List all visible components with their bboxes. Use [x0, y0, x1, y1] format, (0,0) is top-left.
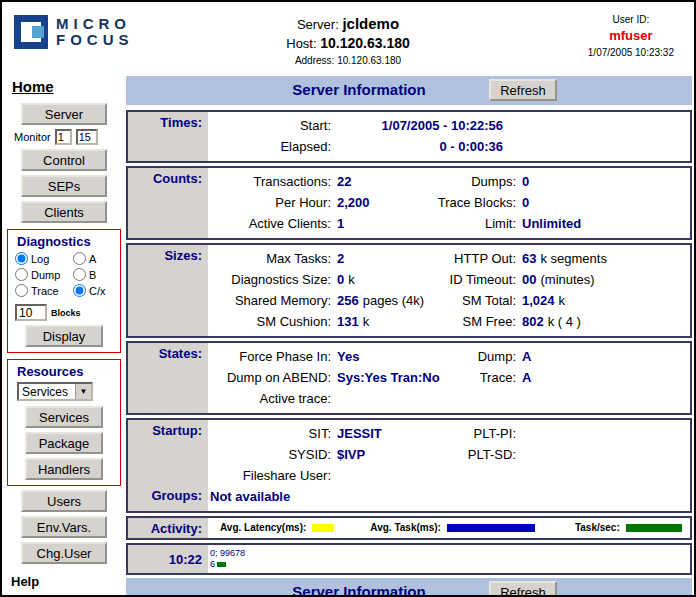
groups-value: Not available	[208, 486, 690, 507]
activity-section: Activity: Avg. Latency(ms): Avg. Task(ms…	[126, 516, 692, 540]
radio-cx-input[interactable]	[73, 284, 86, 297]
max-tasks-value: 2	[337, 251, 344, 266]
sm-total-value: 1,024	[522, 293, 555, 308]
resources-select[interactable]: Services ▼	[17, 382, 93, 401]
latency-legend-label: Avg. Latency(ms):	[220, 522, 306, 533]
active-clients-value: 1	[337, 216, 344, 231]
states-row-label: States:	[128, 343, 208, 413]
avg-task-legend-label: Avg. Task(ms):	[370, 522, 441, 533]
control-button[interactable]: Control	[21, 149, 107, 171]
host-label: Host:	[286, 36, 316, 51]
monitor-label: Monitor	[14, 131, 51, 143]
help-label: Help	[11, 574, 126, 589]
shared-memory-value: 256	[337, 293, 359, 308]
monitor-interval-input[interactable]	[55, 129, 72, 145]
diagnostics-size-value: 0	[337, 272, 344, 287]
users-button[interactable]: Users	[21, 490, 107, 512]
seps-button[interactable]: SEPs	[21, 175, 107, 197]
startup-section: Startup: Groups: SIT: JESSIT PLT-PI: SYS…	[126, 418, 692, 513]
radio-b[interactable]: B	[73, 268, 120, 281]
header-timestamp: 1/07/2005 10:23:32	[588, 47, 674, 58]
radio-dump-input[interactable]	[15, 268, 28, 281]
transactions-label: Transactions:	[208, 171, 331, 192]
services-button[interactable]: Services	[25, 406, 103, 428]
server-button[interactable]: Server	[21, 103, 107, 125]
chevron-down-icon[interactable]: ▼	[75, 384, 91, 399]
avg-task-legend-bar	[447, 524, 535, 532]
id-timeout-label: ID Timeout:	[423, 269, 516, 290]
elapsed-value: 0 - 0:00:36	[439, 139, 503, 154]
chg-user-button[interactable]: Chg.User	[21, 542, 107, 564]
activity-chart: 0; 99678 6	[208, 545, 690, 573]
sizes-line: Diagnostics Size: 0k ID Timeout: 00(minu…	[208, 269, 690, 290]
resources-group: Resources Services ▼ Services Package Ha…	[7, 359, 121, 486]
radio-a-input[interactable]	[73, 252, 86, 265]
limit-value: Unlimited	[522, 216, 581, 231]
max-tasks-label: Max Tasks:	[208, 248, 331, 269]
clients-button[interactable]: Clients	[21, 201, 107, 223]
startup-line: SIT: JESSIT PLT-PI:	[208, 423, 690, 444]
server-name: jcldemo	[342, 15, 399, 32]
trace-blocks-label: Trace Blocks:	[423, 192, 516, 213]
radio-b-input[interactable]	[73, 268, 86, 281]
handlers-button[interactable]: Handlers	[25, 458, 103, 480]
radio-a[interactable]: A	[73, 252, 120, 265]
groups-row-label: Groups:	[128, 488, 202, 503]
header: MICRO FOCUS Server: jcldemo Host: 10.120…	[2, 2, 694, 72]
home-link[interactable]: Home	[12, 78, 54, 95]
micro-focus-logo-icon	[14, 15, 48, 49]
times-line: Elapsed: 0 - 0:00:36	[208, 136, 690, 157]
plt-sd-label: PLT-SD:	[423, 444, 516, 465]
micro-focus-logo: MICRO FOCUS	[14, 15, 134, 49]
main-content: Server Information Refresh Times: Start:…	[126, 72, 692, 597]
dump-state-label: Dump:	[423, 346, 516, 367]
per-hour-value: 2,200	[337, 195, 370, 210]
activity-legend: Avg. Latency(ms): Avg. Task(ms): Task/se…	[208, 518, 690, 538]
logo-line-2: FOCUS	[56, 32, 134, 48]
trace-state-label: Trace:	[423, 367, 516, 388]
host-value: 10.120.63.180	[320, 35, 410, 51]
elapsed-label: Elapsed:	[208, 136, 331, 157]
transactions-value: 22	[337, 174, 351, 189]
radio-log-input[interactable]	[15, 252, 28, 265]
startup-line: Fileshare User:	[208, 465, 690, 486]
monitor-count-input[interactable]	[76, 129, 98, 145]
display-button[interactable]: Display	[25, 325, 103, 347]
activity-chart-line2: 6	[210, 559, 690, 570]
diagnostics-size-label: Diagnostics Size:	[208, 269, 331, 290]
resources-title: Resources	[17, 364, 120, 379]
radio-b-label: B	[89, 269, 96, 281]
blocks-label: Blocks	[51, 308, 81, 321]
radio-trace-input[interactable]	[15, 284, 28, 297]
sizes-line: Shared Memory: 256pages (4k) SM Total: 1…	[208, 290, 690, 311]
env-vars-button[interactable]: Env.Vars.	[21, 516, 107, 538]
task-sec-legend-label: Task/sec:	[575, 522, 620, 533]
radio-log-label: Log	[31, 253, 49, 265]
counts-line: Active Clients: 1 Limit: Unlimited	[208, 213, 690, 234]
trace-blocks-value: 0	[522, 195, 529, 210]
blocks-row: Blocks	[15, 304, 120, 321]
active-trace-label: Active trace:	[208, 388, 331, 409]
diagnostics-title: Diagnostics	[17, 234, 120, 249]
server-info-header: Server: jcldemo Host: 10.120.63.180 Addr…	[286, 15, 410, 66]
user-info: User ID: mfuser 1/07/2005 10:23:32	[588, 14, 674, 58]
package-button[interactable]: Package	[25, 432, 103, 454]
sit-label: SIT:	[208, 423, 331, 444]
radio-log[interactable]: Log	[15, 252, 73, 265]
states-line: Active trace:	[208, 388, 690, 409]
radio-dump[interactable]: Dump	[15, 268, 73, 281]
counts-section: Counts: Transactions: 22 Dumps: 0 Per Ho…	[126, 166, 692, 240]
times-line: Start: 1/07/2005 - 10:22:56	[208, 115, 690, 136]
states-section: States: Force Phase In: Yes Dump: A Dump…	[126, 341, 692, 415]
http-out-label: HTTP Out:	[423, 248, 516, 269]
refresh-button-top[interactable]: Refresh	[489, 79, 557, 101]
sizes-line: SM Cushion: 131k SM Free: 802k ( 4 )	[208, 311, 690, 332]
monitor-row: Monitor	[14, 129, 126, 145]
radio-trace[interactable]: Trace	[15, 284, 73, 297]
sm-total-label: SM Total:	[423, 290, 516, 311]
blocks-input[interactable]	[15, 304, 47, 321]
sit-value: JESSIT	[337, 426, 382, 441]
shared-memory-label: Shared Memory:	[208, 290, 331, 311]
radio-cx[interactable]: C/x	[73, 284, 120, 297]
refresh-button-bottom[interactable]: Refresh	[489, 581, 557, 597]
